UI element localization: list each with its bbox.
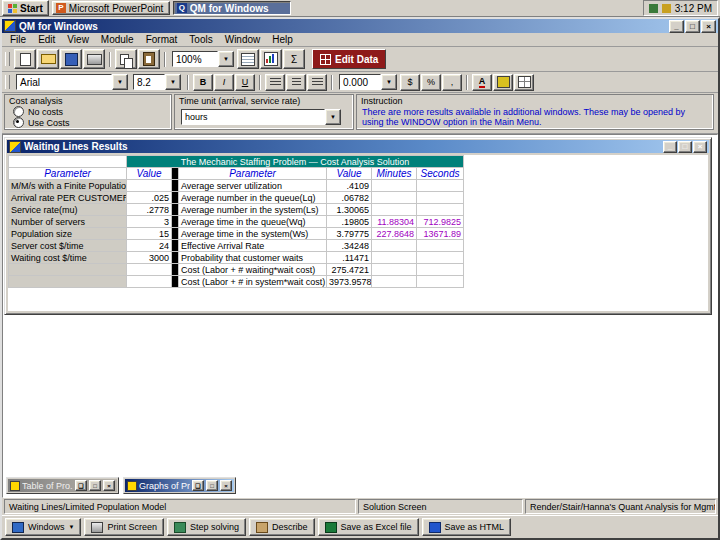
table-cell[interactable]: [417, 252, 464, 264]
table-cell[interactable]: 11.88304: [372, 216, 417, 228]
underline-icon[interactable]: U: [235, 74, 255, 91]
table-cell[interactable]: .4109: [327, 180, 372, 192]
maximize-icon[interactable]: □: [678, 141, 692, 153]
menu-help[interactable]: Help: [266, 34, 299, 45]
print-icon[interactable]: [83, 49, 105, 69]
table-cell[interactable]: Average number in the system(Ls): [179, 204, 327, 216]
table-cell[interactable]: [372, 240, 417, 252]
table-cell[interactable]: M/M/s with a Finite Population: [9, 180, 127, 192]
table-cell[interactable]: 15: [127, 228, 172, 240]
table-cell[interactable]: Average server utilization: [179, 180, 327, 192]
table-cell[interactable]: 3: [127, 216, 172, 228]
table-cell[interactable]: 1.30065: [327, 204, 372, 216]
save-as-html-button[interactable]: Save as HTML: [422, 518, 512, 536]
chevron-down-icon[interactable]: ▼: [325, 109, 341, 125]
table-cell[interactable]: 3000: [127, 252, 172, 264]
menu-module[interactable]: Module: [95, 34, 140, 45]
table-cell[interactable]: Average time in the system(Ws): [179, 228, 327, 240]
start-button[interactable]: Start: [2, 0, 49, 16]
table-cell[interactable]: [372, 264, 417, 276]
table-cell[interactable]: [417, 180, 464, 192]
table-cell[interactable]: Number of servers: [9, 216, 127, 228]
edit-data-button[interactable]: Edit Data: [312, 49, 386, 69]
radio-icon[interactable]: [13, 117, 24, 128]
chevron-down-icon[interactable]: ▼: [218, 51, 234, 67]
table-cell[interactable]: 3973.9578: [327, 276, 372, 288]
font-size-combobox[interactable]: 8.2 ▼: [133, 74, 181, 90]
minimize-icon[interactable]: _: [663, 141, 677, 153]
maximize-icon[interactable]: □: [89, 480, 101, 491]
table-cell[interactable]: [372, 192, 417, 204]
table-cell[interactable]: [417, 276, 464, 288]
table-cell[interactable]: Cost (Labor + # waiting*wait cost): [179, 264, 327, 276]
restore-icon[interactable]: ❑: [75, 480, 87, 491]
table-cell[interactable]: .2778: [127, 204, 172, 216]
table-cell[interactable]: Cost (Labor + # in system*wait cost): [179, 276, 327, 288]
tray-icon[interactable]: [662, 4, 671, 13]
percent-icon[interactable]: %: [421, 74, 441, 91]
font-color-icon[interactable]: A: [472, 74, 492, 91]
minimize-icon[interactable]: _: [669, 20, 684, 33]
results-titlebar[interactable]: Waiting Lines Results _ □ ×: [7, 140, 709, 153]
table-cell[interactable]: [127, 180, 172, 192]
zoom-combobox[interactable]: 100% ▼: [172, 51, 234, 67]
time-unit-combobox[interactable]: hours ▼: [181, 109, 341, 125]
close-icon[interactable]: ×: [220, 480, 232, 491]
table-cell[interactable]: 3.79775: [327, 228, 372, 240]
radio-use-costs[interactable]: Use Costs: [13, 117, 171, 128]
table-cell[interactable]: [372, 276, 417, 288]
table-cell[interactable]: 13671.89: [417, 228, 464, 240]
radio-no-costs[interactable]: No costs: [13, 106, 171, 117]
italic-icon[interactable]: I: [214, 74, 234, 91]
table-cell[interactable]: [372, 252, 417, 264]
table-cell[interactable]: Effective Arrival Rate: [179, 240, 327, 252]
chart-icon[interactable]: [260, 49, 282, 69]
chevron-down-icon[interactable]: ▼: [112, 74, 128, 90]
taskbar-button-powerpoint[interactable]: P Microsoft PowerPoint - [...: [52, 1, 170, 15]
table-cell[interactable]: [127, 264, 172, 276]
number-format-combobox[interactable]: 0.000 ▼: [339, 74, 397, 90]
align-left-icon[interactable]: [265, 74, 285, 91]
table-cell[interactable]: .19805: [327, 216, 372, 228]
table-cell[interactable]: Average time in the queue(Wq): [179, 216, 327, 228]
maximize-icon[interactable]: □: [206, 480, 218, 491]
font-combobox[interactable]: Arial ▼: [16, 74, 128, 90]
new-file-icon[interactable]: [14, 49, 36, 69]
close-icon[interactable]: ×: [693, 141, 707, 153]
paste-icon[interactable]: [138, 49, 160, 69]
align-right-icon[interactable]: [307, 74, 327, 91]
copy-icon[interactable]: [115, 49, 137, 69]
step-solving-button[interactable]: Step solving: [167, 518, 246, 536]
chevron-down-icon[interactable]: ▼: [381, 74, 397, 90]
menu-tools[interactable]: Tools: [183, 34, 218, 45]
align-center-icon[interactable]: [286, 74, 306, 91]
table-cell[interactable]: .11471: [327, 252, 372, 264]
open-file-icon[interactable]: [37, 49, 59, 69]
describe-button[interactable]: Describe: [249, 518, 315, 536]
table-cell[interactable]: Waiting cost $/time: [9, 252, 127, 264]
save-icon[interactable]: [60, 49, 82, 69]
table-cell[interactable]: Average number in the queue(Lq): [179, 192, 327, 204]
save-as-excel-button[interactable]: Save as Excel file: [318, 518, 419, 536]
menu-edit[interactable]: Edit: [32, 34, 61, 45]
restore-icon[interactable]: ❑: [192, 480, 204, 491]
comma-icon[interactable]: ,: [442, 74, 462, 91]
table-cell[interactable]: Population size: [9, 228, 127, 240]
currency-icon[interactable]: $: [400, 74, 420, 91]
print-screen-button[interactable]: Print Screen: [84, 518, 164, 536]
table-cell[interactable]: .06782: [327, 192, 372, 204]
table-cell[interactable]: [417, 192, 464, 204]
table-cell[interactable]: Service rate(mu): [9, 204, 127, 216]
app-titlebar[interactable]: QM for Windows _ □ ×: [2, 19, 718, 33]
sum-icon[interactable]: Σ: [283, 49, 305, 69]
table-cell[interactable]: Server cost $/time: [9, 240, 127, 252]
table-cell[interactable]: 712.9825: [417, 216, 464, 228]
bold-icon[interactable]: B: [193, 74, 213, 91]
borders-icon[interactable]: [514, 74, 534, 91]
table-cell[interactable]: [9, 276, 127, 288]
table-cell[interactable]: [127, 276, 172, 288]
table-cell[interactable]: [417, 204, 464, 216]
table-cell[interactable]: [372, 180, 417, 192]
chevron-down-icon[interactable]: ▼: [165, 74, 181, 90]
close-icon[interactable]: ×: [701, 20, 716, 33]
